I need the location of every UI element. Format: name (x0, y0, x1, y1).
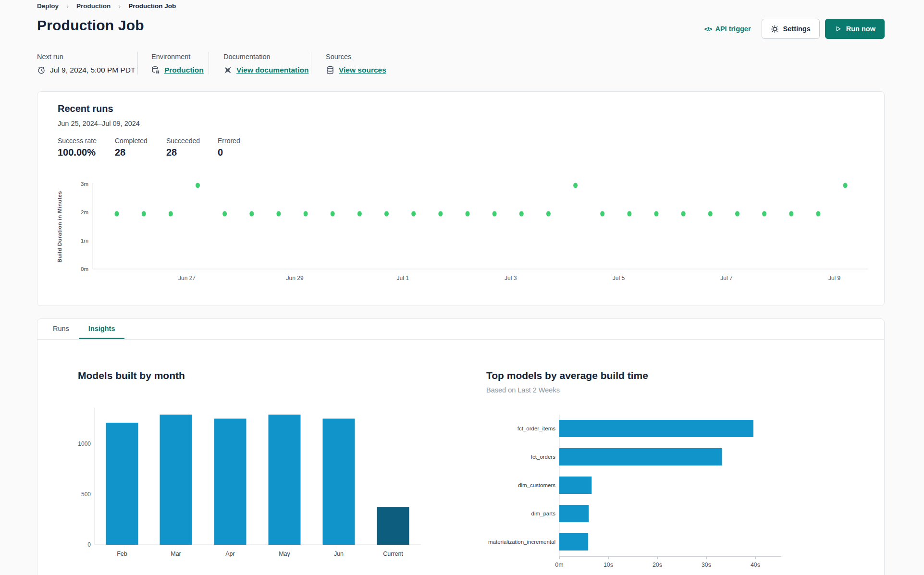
tab-runs[interactable]: Runs (43, 319, 79, 339)
dbt-docs-icon (223, 66, 232, 74)
top-models-chart-title: Top models by average build time (486, 370, 648, 381)
run-dot[interactable] (573, 183, 578, 188)
bar-y-tick-label: 0 (87, 541, 91, 548)
settings-label: Settings (783, 25, 811, 33)
scatter-x-tick-label: Jun 29 (286, 275, 304, 281)
scatter-x-tick-label: Jul 9 (828, 275, 841, 281)
run-dot[interactable] (222, 211, 227, 217)
sources-label: Sources (326, 53, 386, 61)
month-bar-feb (106, 423, 138, 545)
run-dot[interactable] (331, 211, 335, 217)
hbar-category-label: dim_parts (531, 511, 556, 516)
run-dot[interactable] (276, 211, 281, 217)
run-dot[interactable] (654, 211, 659, 217)
run-dot[interactable] (546, 211, 551, 217)
api-trigger-label: API trigger (715, 25, 751, 33)
stat-value: 28 (115, 147, 166, 158)
run-dot[interactable] (519, 211, 524, 217)
hbar-x-tick-label: 20s (653, 562, 662, 568)
database-icon (326, 66, 334, 74)
models-built-bar-chart: 05001000FebMarAprMayJunCurrent (68, 399, 438, 567)
page-title: Production Job (37, 17, 144, 34)
stat-errored: Errored 0 (218, 137, 240, 158)
documentation-column: Documentation View documentation (209, 52, 311, 74)
scatter-y-tick-label: 2m (81, 209, 88, 215)
month-bar-current (377, 507, 409, 545)
next-run-column: Next run Jul 9, 2024, 5:00 PM PDT (37, 52, 138, 74)
run-now-button[interactable]: Run now (825, 19, 885, 39)
scatter-y-tick-label: 0m (81, 266, 88, 272)
environment-icon (151, 66, 160, 74)
run-dot[interactable] (115, 211, 119, 217)
hbar-category-label: fct_orders (531, 454, 555, 460)
run-dot[interactable] (466, 211, 470, 217)
run-dot[interactable] (627, 211, 631, 217)
header-actions: </> API trigger Settings Run now (704, 19, 885, 39)
run-now-label: Run now (846, 25, 875, 33)
environment-link[interactable]: Production (164, 66, 204, 74)
models-built-chart-title: Models built by month (78, 370, 185, 381)
build-duration-scatter-chart: Build Duration in Minutes0m1m2m3mJun 27J… (55, 177, 885, 287)
bar-x-category-label: Feb (117, 551, 127, 557)
run-dot[interactable] (600, 211, 604, 217)
scatter-x-tick-label: Jul 1 (397, 275, 409, 281)
stat-label: Success rate (58, 137, 115, 145)
scatter-y-axis-title: Build Duration in Minutes (57, 191, 62, 262)
chevron-right-icon: › (118, 2, 121, 10)
month-bar-mar (160, 415, 192, 545)
model-bar-dim_parts (559, 505, 589, 522)
view-sources-link[interactable]: View sources (339, 66, 386, 74)
run-dot[interactable] (384, 211, 389, 217)
code-icon: </> (704, 25, 712, 33)
stat-label: Errored (218, 137, 240, 145)
run-dot[interactable] (142, 211, 146, 217)
scatter-y-tick-label: 1m (81, 238, 88, 244)
run-dot[interactable] (708, 211, 713, 217)
run-dot[interactable] (843, 183, 848, 188)
run-dot[interactable] (304, 211, 308, 217)
stat-value: 100.00% (58, 147, 115, 158)
bar-x-category-label: May (279, 551, 290, 557)
run-dot[interactable] (438, 211, 443, 217)
run-dot[interactable] (681, 211, 686, 217)
job-detail-card: Runs Insights Models built by month Top … (37, 318, 885, 575)
run-dot[interactable] (493, 211, 497, 217)
bar-y-tick-label: 1000 (78, 440, 91, 447)
hbar-category-label: materialization_incremental (488, 539, 555, 545)
recent-runs-stats: Success rate 100.00% Completed 28 Succee… (58, 137, 240, 158)
breadcrumb-deploy[interactable]: Deploy (37, 2, 59, 10)
breadcrumb-production-job: Production Job (128, 2, 176, 10)
model-bar-fct_orders (559, 448, 722, 465)
run-dot[interactable] (196, 183, 200, 188)
model-bar-materialization_incremental (559, 533, 588, 551)
top-models-hbar-chart: fct_order_itemsfct_ordersdim_customersdi… (462, 399, 837, 572)
breadcrumb-production[interactable]: Production (76, 2, 111, 10)
run-dot[interactable] (762, 211, 766, 217)
run-dot[interactable] (249, 211, 254, 217)
settings-button[interactable]: Settings (762, 19, 820, 39)
stat-value: 28 (166, 147, 218, 158)
bar-y-tick-label: 500 (81, 491, 91, 498)
run-dot[interactable] (169, 211, 173, 217)
hbar-x-tick-label: 30s (702, 562, 711, 568)
tab-insights[interactable]: Insights (79, 319, 125, 339)
scatter-x-tick-label: Jul 5 (613, 275, 625, 281)
model-bar-dim_customers (559, 477, 591, 494)
hbar-x-tick-label: 10s (604, 562, 613, 568)
environment-column: Environment Produc (138, 52, 209, 74)
view-documentation-link[interactable]: View documentation (236, 66, 308, 74)
bar-x-category-label: Jun (334, 551, 344, 557)
run-dot[interactable] (357, 211, 362, 217)
sources-column: Sources View sources (311, 52, 386, 74)
top-models-chart-subtitle: Based on Last 2 Weeks (486, 386, 560, 394)
run-dot[interactable] (411, 211, 416, 217)
production-job-page: Deploy › Production › Production Job Pro… (0, 0, 924, 575)
api-trigger-link[interactable]: </> API trigger (704, 25, 751, 33)
play-icon (834, 25, 842, 33)
month-bar-apr (214, 419, 246, 545)
run-dot[interactable] (816, 211, 820, 217)
stat-completed: Completed 28 (115, 137, 166, 158)
documentation-label: Documentation (223, 53, 311, 61)
run-dot[interactable] (735, 211, 739, 217)
run-dot[interactable] (789, 211, 793, 217)
